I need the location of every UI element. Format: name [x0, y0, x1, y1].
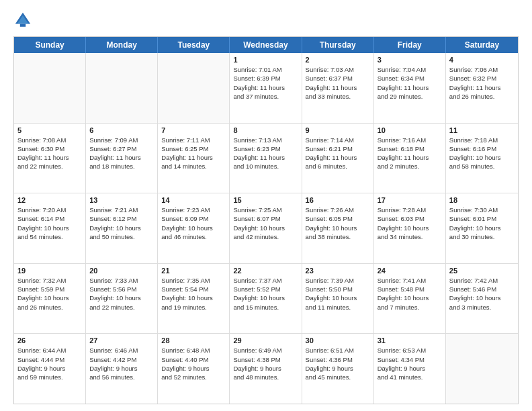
day-info: Sunrise: 7:16 AM Sunset: 6:18 PM Dayligh… — [378, 136, 442, 171]
day-number: 10 — [378, 126, 442, 134]
day-info: Sunrise: 7:23 AM Sunset: 6:09 PM Dayligh… — [161, 205, 226, 241]
day-info: Sunrise: 7:33 AM Sunset: 5:56 PM Dayligh… — [89, 276, 154, 312]
day-cell-25: 25Sunrise: 7:42 AM Sunset: 5:46 PM Dayli… — [446, 264, 518, 334]
day-info: Sunrise: 7:03 AM Sunset: 6:37 PM Dayligh… — [306, 65, 370, 101]
day-cell-12: 12Sunrise: 7:20 AM Sunset: 6:14 PM Dayli… — [14, 193, 86, 263]
day-cell-24: 24Sunrise: 7:41 AM Sunset: 5:48 PM Dayli… — [374, 264, 446, 334]
day-info: Sunrise: 7:41 AM Sunset: 5:48 PM Dayligh… — [378, 276, 442, 312]
empty-cell-0-0 — [14, 53, 86, 123]
day-number: 7 — [161, 126, 226, 134]
day-cell-30: 30Sunrise: 6:51 AM Sunset: 4:36 PM Dayli… — [302, 334, 374, 404]
day-cell-20: 20Sunrise: 7:33 AM Sunset: 5:56 PM Dayli… — [86, 264, 158, 334]
day-info: Sunrise: 7:42 AM Sunset: 5:46 PM Dayligh… — [449, 276, 515, 312]
day-cell-3: 3Sunrise: 7:04 AM Sunset: 6:34 PM Daylig… — [374, 53, 446, 123]
day-info: Sunrise: 7:14 AM Sunset: 6:21 PM Dayligh… — [306, 136, 370, 171]
day-cell-27: 27Sunrise: 6:46 AM Sunset: 4:42 PM Dayli… — [86, 334, 158, 404]
calendar-row-5: 26Sunrise: 6:44 AM Sunset: 4:44 PM Dayli… — [14, 334, 518, 404]
day-number: 15 — [233, 196, 298, 204]
page: SundayMondayTuesdayWednesdayThursdayFrid… — [0, 0, 532, 411]
day-number: 18 — [449, 196, 515, 204]
day-info: Sunrise: 7:26 AM Sunset: 6:05 PM Dayligh… — [306, 205, 370, 241]
day-number: 1 — [233, 56, 298, 64]
day-info: Sunrise: 7:06 AM Sunset: 6:32 PM Dayligh… — [449, 65, 515, 101]
day-info: Sunrise: 7:09 AM Sunset: 6:27 PM Dayligh… — [89, 136, 154, 171]
day-number: 11 — [449, 126, 515, 134]
day-number: 3 — [378, 56, 442, 64]
day-cell-28: 28Sunrise: 6:48 AM Sunset: 4:40 PM Dayli… — [158, 334, 230, 404]
day-number: 12 — [17, 196, 82, 204]
day-info: Sunrise: 7:04 AM Sunset: 6:34 PM Dayligh… — [378, 65, 442, 101]
day-number: 31 — [378, 336, 442, 345]
day-cell-16: 16Sunrise: 7:26 AM Sunset: 6:05 PM Dayli… — [302, 193, 374, 263]
day-info: Sunrise: 7:18 AM Sunset: 6:16 PM Dayligh… — [449, 136, 515, 171]
day-cell-26: 26Sunrise: 6:44 AM Sunset: 4:44 PM Dayli… — [14, 334, 86, 404]
day-info: Sunrise: 7:39 AM Sunset: 5:50 PM Dayligh… — [306, 276, 370, 312]
empty-cell-0-2 — [158, 53, 230, 123]
day-number: 25 — [449, 267, 515, 275]
header — [13, 11, 519, 30]
header-day-tuesday: Tuesday — [158, 37, 230, 53]
day-cell-14: 14Sunrise: 7:23 AM Sunset: 6:09 PM Dayli… — [158, 193, 230, 263]
day-cell-8: 8Sunrise: 7:13 AM Sunset: 6:23 PM Daylig… — [230, 124, 302, 193]
day-info: Sunrise: 7:08 AM Sunset: 6:30 PM Dayligh… — [17, 136, 82, 171]
empty-cell-4-6 — [446, 334, 518, 404]
day-info: Sunrise: 7:13 AM Sunset: 6:23 PM Dayligh… — [233, 136, 298, 171]
day-info: Sunrise: 7:01 AM Sunset: 6:39 PM Dayligh… — [233, 65, 298, 101]
day-cell-17: 17Sunrise: 7:28 AM Sunset: 6:03 PM Dayli… — [374, 193, 446, 263]
day-info: Sunrise: 7:25 AM Sunset: 6:07 PM Dayligh… — [233, 205, 298, 241]
day-number: 27 — [89, 336, 154, 345]
calendar-row-2: 5Sunrise: 7:08 AM Sunset: 6:30 PM Daylig… — [14, 124, 518, 194]
day-cell-19: 19Sunrise: 7:32 AM Sunset: 5:59 PM Dayli… — [14, 264, 86, 334]
day-number: 24 — [378, 267, 442, 275]
day-number: 28 — [161, 336, 226, 345]
header-day-sunday: Sunday — [14, 37, 86, 53]
day-cell-11: 11Sunrise: 7:18 AM Sunset: 6:16 PM Dayli… — [446, 124, 518, 193]
day-info: Sunrise: 7:28 AM Sunset: 6:03 PM Dayligh… — [378, 205, 442, 241]
header-day-friday: Friday — [374, 37, 446, 53]
header-day-wednesday: Wednesday — [230, 37, 302, 53]
day-info: Sunrise: 7:11 AM Sunset: 6:25 PM Dayligh… — [161, 136, 226, 171]
day-cell-9: 9Sunrise: 7:14 AM Sunset: 6:21 PM Daylig… — [302, 124, 374, 193]
day-info: Sunrise: 6:46 AM Sunset: 4:42 PM Dayligh… — [89, 346, 154, 381]
day-info: Sunrise: 7:21 AM Sunset: 6:12 PM Dayligh… — [89, 205, 154, 241]
day-info: Sunrise: 6:48 AM Sunset: 4:40 PM Dayligh… — [161, 346, 226, 381]
day-cell-15: 15Sunrise: 7:25 AM Sunset: 6:07 PM Dayli… — [230, 193, 302, 263]
logo-icon — [13, 11, 32, 30]
calendar-header: SundayMondayTuesdayWednesdayThursdayFrid… — [14, 37, 518, 53]
day-info: Sunrise: 7:32 AM Sunset: 5:59 PM Dayligh… — [17, 276, 82, 312]
day-cell-5: 5Sunrise: 7:08 AM Sunset: 6:30 PM Daylig… — [14, 124, 86, 193]
day-cell-7: 7Sunrise: 7:11 AM Sunset: 6:25 PM Daylig… — [158, 124, 230, 193]
day-cell-18: 18Sunrise: 7:30 AM Sunset: 6:01 PM Dayli… — [446, 193, 518, 263]
day-info: Sunrise: 7:37 AM Sunset: 5:52 PM Dayligh… — [233, 276, 298, 312]
day-cell-31: 31Sunrise: 6:53 AM Sunset: 4:34 PM Dayli… — [374, 334, 446, 404]
day-number: 21 — [161, 267, 226, 275]
day-cell-21: 21Sunrise: 7:35 AM Sunset: 5:54 PM Dayli… — [158, 264, 230, 334]
logo — [13, 11, 35, 30]
calendar-row-4: 19Sunrise: 7:32 AM Sunset: 5:59 PM Dayli… — [14, 264, 518, 334]
day-number: 8 — [233, 126, 298, 134]
day-number: 6 — [89, 126, 154, 134]
day-number: 13 — [89, 196, 154, 204]
day-cell-29: 29Sunrise: 6:49 AM Sunset: 4:38 PM Dayli… — [230, 334, 302, 404]
day-cell-1: 1Sunrise: 7:01 AM Sunset: 6:39 PM Daylig… — [230, 53, 302, 123]
calendar-body: 1Sunrise: 7:01 AM Sunset: 6:39 PM Daylig… — [14, 53, 518, 404]
day-number: 30 — [306, 336, 370, 345]
day-cell-6: 6Sunrise: 7:09 AM Sunset: 6:27 PM Daylig… — [86, 124, 158, 193]
empty-cell-0-1 — [86, 53, 158, 123]
day-number: 16 — [306, 196, 370, 204]
header-day-thursday: Thursday — [302, 37, 374, 53]
calendar-row-1: 1Sunrise: 7:01 AM Sunset: 6:39 PM Daylig… — [14, 53, 518, 124]
day-number: 9 — [306, 126, 370, 134]
day-number: 19 — [17, 267, 82, 275]
day-number: 17 — [378, 196, 442, 204]
day-number: 5 — [17, 126, 82, 134]
day-cell-4: 4Sunrise: 7:06 AM Sunset: 6:32 PM Daylig… — [446, 53, 518, 123]
day-info: Sunrise: 7:35 AM Sunset: 5:54 PM Dayligh… — [161, 276, 226, 312]
day-number: 29 — [233, 336, 298, 345]
day-cell-13: 13Sunrise: 7:21 AM Sunset: 6:12 PM Dayli… — [86, 193, 158, 263]
day-number: 23 — [306, 267, 370, 275]
day-number: 22 — [233, 267, 298, 275]
day-cell-23: 23Sunrise: 7:39 AM Sunset: 5:50 PM Dayli… — [302, 264, 374, 334]
day-info: Sunrise: 7:30 AM Sunset: 6:01 PM Dayligh… — [449, 205, 515, 241]
calendar: SundayMondayTuesdayWednesdayThursdayFrid… — [13, 36, 519, 404]
